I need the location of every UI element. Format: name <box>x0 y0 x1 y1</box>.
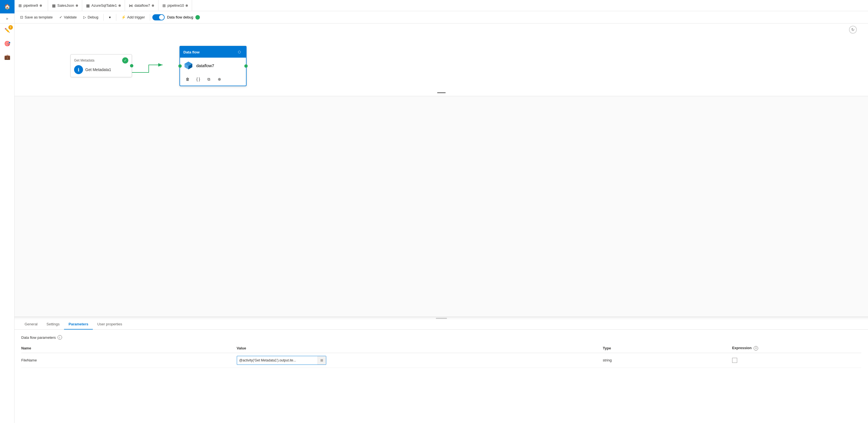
params-title-text: Data flow parameters <box>21 335 56 340</box>
tab-pipeline10[interactable]: ⊞ pipeline10 <box>158 0 192 11</box>
edit-badge: 7 <box>8 25 13 30</box>
main-area: ⊞ pipeline9 ▦ SalesJson ▦ AzureSqlTable1… <box>14 0 868 423</box>
tab-dot <box>119 4 121 7</box>
tab-dot <box>186 4 188 7</box>
params-table-body: FileName ⊞ string <box>21 353 861 368</box>
sidebar-home-icon[interactable]: 🏠 <box>0 0 14 13</box>
debug-dropdown-btn[interactable]: ▾ <box>106 13 114 21</box>
input-connector[interactable] <box>178 64 182 68</box>
value-input-container[interactable]: ⊞ <box>237 356 326 365</box>
params-header-row: Name Value Type Expression i <box>21 343 861 353</box>
data-flow-debug-toggle[interactable] <box>152 14 165 21</box>
dataflow-name-label: dataflow7 <box>196 63 214 68</box>
tab-dataflow7[interactable]: ⋈ dataflow7 <box>125 0 158 11</box>
sidebar-monitor-icon[interactable]: 🎯 <box>0 37 14 50</box>
panel-resize-bar[interactable] <box>14 317 868 319</box>
tab-pipeline9[interactable]: ⊞ pipeline9 <box>14 0 48 11</box>
open-external-btn[interactable]: ⬡ <box>236 49 243 55</box>
refresh-icon[interactable]: ↻ <box>849 26 857 34</box>
sidebar-manage-icon[interactable]: 💼 <box>0 50 14 64</box>
monitor-icon: 🎯 <box>4 40 10 47</box>
sidebar-edit-icon[interactable]: ✏️ 7 <box>0 24 14 37</box>
home-icon: 🏠 <box>4 4 10 10</box>
add-trigger-button[interactable]: ⚡ Add trigger <box>119 13 148 22</box>
output-connector[interactable] <box>130 64 133 67</box>
resize-handle <box>436 318 447 319</box>
node-title: ℹ Get Metadata1 <box>74 65 128 74</box>
delete-node-btn[interactable]: 🗑 <box>183 75 192 83</box>
dataflow-icon: ⋈ <box>129 3 133 8</box>
params-info-icon[interactable]: i <box>58 335 62 340</box>
connection-svg <box>14 24 868 96</box>
dataflow-header: Data flow ⬡ <box>180 47 246 58</box>
col-type-header: Type <box>603 343 732 353</box>
canvas-minimize-bar <box>437 92 445 93</box>
tab-dot <box>76 4 78 7</box>
debug-button[interactable]: ▷ Debug <box>81 13 101 22</box>
param-name-cell: FileName <box>21 353 237 368</box>
col-value-header: Value <box>237 343 603 353</box>
param-value-cell: ⊞ <box>237 353 603 368</box>
param-expression-cell <box>732 353 861 368</box>
node-header: Get Metadata ✓ <box>74 57 128 63</box>
dataset-icon: ▦ <box>52 3 56 8</box>
tab-parameters[interactable]: Parameters <box>64 319 93 330</box>
debug-toggle-container: Data flow debug <box>152 14 200 21</box>
redirect-btn[interactable]: ⊕ <box>215 75 224 83</box>
tab-label: AzureSqlTable1 <box>91 3 117 7</box>
lightning-icon: ⚡ <box>121 15 126 19</box>
script-btn[interactable]: { } <box>194 75 203 83</box>
toolbar-divider <box>103 14 104 21</box>
debug-status-indicator <box>195 15 200 20</box>
debug-icon: ▷ <box>83 15 86 19</box>
sidebar: 🏠 » ✏️ 7 🎯 💼 <box>0 0 14 423</box>
tab-dot <box>152 4 154 7</box>
expression-checkbox[interactable] <box>732 358 737 363</box>
params-table-head: Name Value Type Expression i <box>21 343 861 353</box>
toolbar-divider <box>116 14 116 21</box>
tab-label: pipeline10 <box>167 3 184 7</box>
panel-content: Data flow parameters i Name Value Type E… <box>14 330 868 423</box>
tab-general[interactable]: General <box>20 319 42 330</box>
col-name-header: Name <box>21 343 237 353</box>
validate-label: Validate <box>64 15 76 19</box>
save-template-label: Save as template <box>25 15 53 19</box>
dataflow-header-label: Data flow <box>183 50 199 54</box>
pipeline-canvas: ↻ Get Metadata ✓ ℹ Get Metadata1 <box>14 24 868 96</box>
tab-azuresqltable1[interactable]: ▦ AzureSqlTable1 <box>82 0 125 11</box>
validate-button[interactable]: ✓ Validate <box>57 13 80 22</box>
tab-settings[interactable]: Settings <box>42 319 64 330</box>
panel-tabs: General Settings Parameters User propert… <box>14 319 868 330</box>
params-section-title: Data flow parameters i <box>21 335 861 340</box>
value-input-field[interactable] <box>237 358 317 362</box>
tab-dot <box>40 4 42 7</box>
param-type-cell: string <box>603 353 732 368</box>
sidebar-collapse-btn[interactable]: » <box>0 13 14 24</box>
tab-user-properties[interactable]: User properties <box>93 319 127 330</box>
debug-label: Debug <box>88 15 98 19</box>
col-expression-header: Expression i <box>732 343 861 353</box>
params-table: Name Value Type Expression i FileName <box>21 343 861 368</box>
chevron-right-icon: » <box>6 16 8 21</box>
expression-info-icon[interactable]: i <box>754 346 758 350</box>
save-template-icon: ⊡ <box>20 15 23 19</box>
bottom-panel: General Settings Parameters User propert… <box>14 317 868 423</box>
pipeline-icon: ⊞ <box>19 3 22 8</box>
save-template-button[interactable]: ⊡ Save as template <box>17 13 55 22</box>
copy-node-btn[interactable]: ⧉ <box>205 75 213 83</box>
checkmark-icon: ✓ <box>59 15 62 19</box>
output-connector-right[interactable] <box>244 64 248 68</box>
dataflow-node[interactable]: Data flow ⬡ dataflow7 🗑 { } <box>180 46 247 86</box>
canvas-area[interactable]: ↻ Get Metadata ✓ ℹ Get Metadata1 <box>14 24 868 423</box>
dataflow-actions: 🗑 { } ⧉ ⊕ <box>180 73 246 86</box>
add-trigger-label: Add trigger <box>127 15 145 19</box>
node-name-label: Get Metadata1 <box>85 67 111 72</box>
tab-label: SalesJson <box>57 3 74 7</box>
tab-label: pipeline9 <box>24 3 38 7</box>
node-success-icon: ✓ <box>122 57 128 63</box>
toolbar: ⊡ Save as template ✓ Validate ▷ Debug ▾ … <box>14 11 868 24</box>
tab-salesjson[interactable]: ▦ SalesJson <box>48 0 82 11</box>
briefcase-icon: 💼 <box>4 54 10 60</box>
get-metadata-node[interactable]: Get Metadata ✓ ℹ Get Metadata1 <box>70 54 132 77</box>
expression-toggle-btn[interactable]: ⊞ <box>317 356 326 365</box>
